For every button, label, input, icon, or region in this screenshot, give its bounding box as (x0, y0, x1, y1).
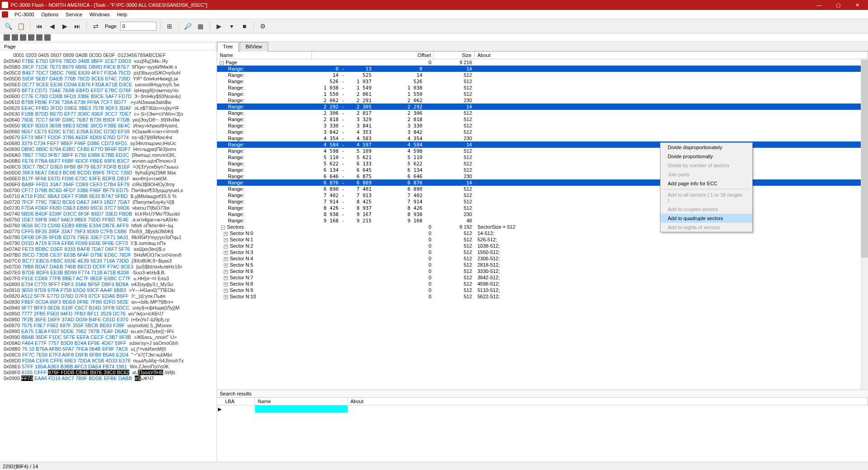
tree-row[interactable]: Range: 7 402 - 7 913 7 402512 (217, 192, 868, 198)
hex-line[interactable]: 0x08D0 FD9A CEF6 CFFE 68E3 7DDA 9C5B 4D3… (4, 358, 213, 364)
hex-line[interactable]: 0x07B0 35CD 73DB CE37 E63B 6FAF D79E ED6… (4, 252, 213, 258)
tree-row[interactable]: Range: 1 550 - 2 061 1 550512 (217, 91, 868, 97)
secondary-icon-2[interactable] (20, 34, 26, 41)
expand-icon[interactable]: + (224, 295, 228, 299)
tree-row[interactable]: Range: 8 938 - 9 167 8 938230 (217, 211, 868, 217)
tree-row[interactable]: Range: 5 110 - 5 621 5 110512 (217, 154, 868, 160)
hex-line[interactable]: 0x0740 6BD6 B4DF ED8F D3CC 6F3F B6D7 33E… (4, 211, 213, 217)
hex-line[interactable]: 0x0690 DB9C 9B9C 679A E3BC CFB0 E77D BF6… (4, 146, 213, 152)
hex-line[interactable]: 0x08B0 75 10 B76A AFB0 5FA7 7FEA 084B EF… (4, 346, 213, 352)
tab-bitview[interactable]: BitView (240, 42, 268, 52)
tree-row[interactable]: Range: 7 914 - 8 425 7 914512 (217, 198, 868, 205)
collapse-icon[interactable]: − (220, 61, 224, 65)
tree-row[interactable]: Range: 3 842 - 4 353 3 842512 (217, 129, 868, 135)
hex-line[interactable]: 0x0750 1DE7 59FB 3467 9AE3 9BE6 70DD FFB… (4, 217, 213, 223)
hex-line[interactable]: 0x0720 7FCF 779C 79ED BCE6 DAE7 34F3 1BD… (4, 199, 213, 205)
tree-row[interactable]: +Sector N:305121550-512; (217, 249, 868, 255)
context-menu-item[interactable]: Divide disproportionately (660, 143, 752, 152)
tree-row[interactable]: +Sector N:505122818-512; (217, 262, 868, 268)
menu-pc-3000[interactable]: PC-3000 (11, 12, 38, 17)
hex-line[interactable]: 0x0820 A512 5F7F E77D D76D D7F9 07CF EDA… (4, 293, 213, 299)
hex-line[interactable]: 0x0850 7777 2FB5 F5E0 94FD 7FB3 BF11 352… (4, 311, 213, 317)
context-menu-item[interactable]: Add to quadruple sectors (660, 214, 752, 223)
tree-row[interactable]: Range: 2 818 - 3 329 2 818512 (217, 116, 868, 122)
secondary-icon-1[interactable] (12, 34, 18, 41)
hex-line[interactable]: 0x0830 FBEF 0CDA 86F3 BDE8 0F8E 7FB6 62F… (4, 299, 213, 305)
expand-icon[interactable]: + (224, 270, 228, 274)
tree-row[interactable]: Range: 6 876 - 6 889 6 87614 (217, 179, 868, 186)
expand-icon[interactable]: + (224, 238, 228, 242)
last-page-button[interactable]: ⏭ (72, 21, 83, 32)
expand-icon[interactable]: + (224, 289, 228, 293)
tree-row[interactable]: −Page09 216 (217, 59, 868, 66)
tree-row[interactable]: Range: 2 306 - 2 817 2 306512 (217, 110, 868, 116)
resource-icon[interactable]: 📋 (15, 21, 26, 32)
hex-line[interactable]: 0x08A0 FA64 E77F 7757 B3D9 B24A EF9E 4D6… (4, 340, 213, 346)
expand-icon[interactable]: + (224, 282, 228, 287)
tree-row[interactable]: Range: 2 292 - 2 305 2 29214 (217, 103, 868, 110)
binoculars-icon[interactable]: 🔍 (3, 21, 14, 32)
hex-area[interactable]: 0001 0203 0405 0607 0809 0A0B 0C0D 0E0F … (0, 52, 217, 462)
play-button[interactable]: ▶ (214, 21, 225, 32)
search-result-row[interactable]: ▶ (217, 405, 868, 413)
hex-line[interactable]: 0x0700 CF77 D76B BC6D 4FD7 33B6 F96F BF7… (4, 188, 213, 193)
tree-row[interactable]: Range: 6 890 - 7 401 6 890512 (217, 186, 868, 192)
tree-row[interactable]: +Sector N:0051214-512; (217, 230, 868, 236)
secondary-icon-3[interactable] (28, 34, 34, 41)
hex-line[interactable]: 0x0900 FF73 EAA6 FD16 A9C7 7B9F BDDE EFB… (4, 376, 213, 381)
maximize-button[interactable]: ▢ (829, 0, 847, 10)
hex-line[interactable]: 0x0870 7575 F3E7 F562 697F 355F 5BCB BE8… (4, 323, 213, 329)
hex-line[interactable]: 0x07D0 78B8 BDA7 DAEB 746B BECD DCFF F74… (4, 264, 213, 270)
tree-row[interactable]: Range: 4 584 - 4 597 4 58414 (217, 141, 868, 148)
tree-row[interactable]: +Sector N:1005125622-512; (217, 293, 868, 300)
expand-icon[interactable]: + (224, 232, 228, 236)
sr-col-lba[interactable]: LBA (222, 398, 255, 405)
tree-row[interactable]: Range: 14 - 525 14512 (217, 72, 868, 78)
tree-row[interactable]: Range: 6 134 - 6 645 6 134512 (217, 167, 868, 173)
tree-row[interactable]: Range: 9 168 - 9 215 9 16848 (217, 217, 868, 224)
search-results-body[interactable]: ▶ (217, 405, 868, 462)
context-menu-item[interactable]: Divide proportionally (660, 152, 752, 161)
stop-button[interactable]: ■ (239, 21, 250, 32)
tree-row[interactable]: Range: 4 598 - 5 109 4 598512 (217, 148, 868, 154)
play-dropdown[interactable]: ▾ (226, 21, 237, 32)
col-size[interactable]: Size (434, 52, 475, 59)
minimize-button[interactable]: — (810, 0, 828, 10)
hex-line[interactable]: 0x0730 F7DA FDEF F63D C6E3 EB80 65CE 37C… (4, 205, 213, 211)
goto-button[interactable]: ⇄ (90, 21, 101, 32)
tree-row[interactable]: Range: 8 426 - 8 937 8 426512 (217, 205, 868, 211)
hex-line[interactable]: 0x0610 B79B FB9E F736 739A E738 FF9A 7CF… (4, 99, 213, 105)
tree-row[interactable]: −Sectors08 192SectorSize = 512 (217, 224, 868, 230)
secondary-icon-0[interactable] (4, 34, 10, 41)
hex-line[interactable]: 0x0760 9E66 6C73 CD90 EEB9 6B9E E334 DB7… (4, 223, 213, 229)
tree-row[interactable]: +Sector N:705123842-512; (217, 274, 868, 281)
tree-row[interactable]: +Sector N:805124598-512; (217, 281, 868, 287)
hex-line[interactable]: 0x06B0 FE76 F7BA 6EF7 F6BF 6DCF FBEE 69F… (4, 158, 213, 164)
hex-line[interactable]: 0x0630 F1BB B7DD BE7D EF77 3D8C 69EF 3CC… (4, 111, 213, 117)
tree-row[interactable]: +Sector N:605123330-512; (217, 268, 868, 274)
hex-line[interactable]: 0x05F0 BF73 CD71 73AE 7E6B EBFD EFD7 E7B… (4, 88, 213, 94)
hex-line[interactable]: 0x08C0 FF7C 7E59 E7F3 A9F8 D9FB 6FB9 B5A… (4, 352, 213, 358)
tree-row[interactable]: Range: 2 062 - 2 291 2 062230 (217, 97, 868, 103)
hex-line[interactable]: 0x0890 BB4B 36DF F1DC 5F7E EEFA CECF C3B… (4, 334, 213, 340)
menu-options[interactable]: Options (38, 12, 62, 17)
expand-icon[interactable]: + (224, 263, 228, 268)
hex-line[interactable]: 0x0640 79DE 7CC7 6F9F D38C 7EB7 B739 B9D… (4, 117, 213, 123)
hex-line[interactable]: 0x06A0 7B67 776D 9FB7 3BFF E750 E9B6 E7B… (4, 152, 213, 158)
col-about[interactable]: About (475, 52, 868, 59)
menu-windows[interactable]: Windows (86, 12, 113, 17)
hex-line[interactable]: 0x0770 CFF5 BF35 395F 33A7 79F3 9D69 C7F… (4, 229, 213, 235)
hex-line[interactable]: 0x0600 C77E C76D CD6B 9FD3 33BE B9CE 5AF… (4, 94, 213, 99)
hex-line[interactable]: 0x07E0 B7DE BDF6 EE3B BD99 F774 711B A71… (4, 270, 213, 276)
tree-row[interactable]: Range: 1 038 - 1 549 1 038512 (217, 85, 868, 91)
hex-line[interactable]: 0x07F0 F91E CD68 77FB BBE7 AC7F 8EDF E6B… (4, 276, 213, 282)
expand-icon[interactable]: + (224, 257, 228, 261)
hex-line[interactable]: 0x0620 EE4C FFBD 3FDD D9EE 9BE3 757B 9DF… (4, 105, 213, 111)
hex-line[interactable]: 0x0840 9F77 BFF3 0EDE 619F C6C7 B24D 1FF… (4, 305, 213, 311)
page-input[interactable] (120, 22, 156, 31)
tree-row[interactable]: Range: 526 - 1 037 526512 (217, 78, 868, 85)
col-offset[interactable]: Offset (312, 52, 434, 59)
tree-row[interactable]: Range: 6 646 - 6 875 6 646230 (217, 173, 868, 179)
hex-line[interactable]: 0x06E0 B17F 9F66 E67D FD98 E73C 63FE BDF… (4, 176, 213, 182)
hex-line[interactable]: 0x06C0 3DC7 7BC7 D3E0 6FB8 BF79 6E37 FDF… (4, 164, 213, 170)
